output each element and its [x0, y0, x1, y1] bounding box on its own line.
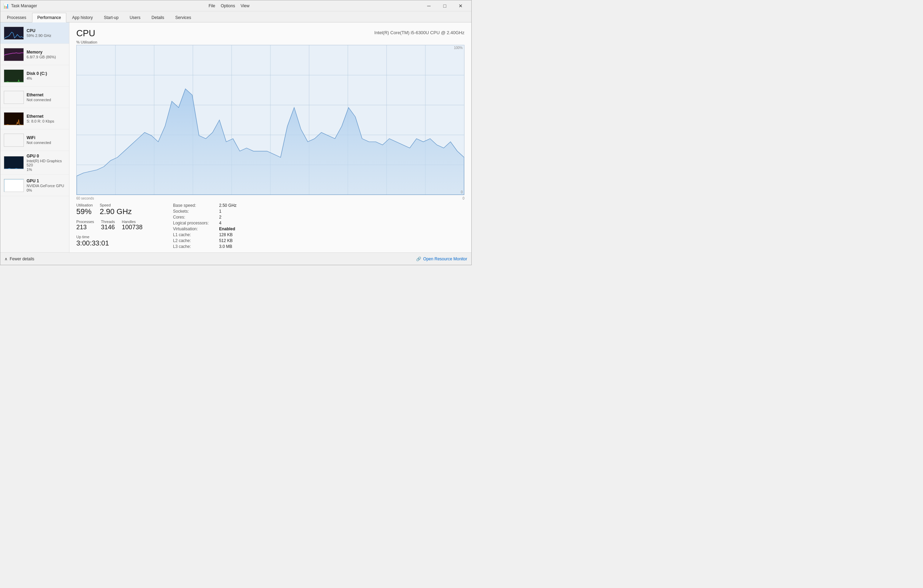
l1-key: L1 cache:	[173, 232, 209, 237]
l3-val: 3.0 MB	[219, 244, 465, 249]
cores-val: 2	[219, 215, 465, 220]
threads-label: Threads	[101, 220, 115, 224]
maximize-button[interactable]: □	[437, 0, 453, 11]
window-title: Task Manager	[11, 3, 37, 8]
utilisation-label: Utilisation	[76, 203, 93, 207]
main-title: CPU	[76, 28, 95, 39]
chart-x-right: 0	[462, 197, 465, 200]
menu-view[interactable]: View	[238, 3, 253, 8]
speed-value: 2.90 GHz	[100, 207, 132, 216]
ethernet1-label: Ethernet	[26, 92, 66, 97]
tab-startup[interactable]: Start-up	[99, 13, 124, 22]
tab-performance[interactable]: Performance	[32, 13, 66, 23]
base-speed-val: 2.50 GHz	[219, 203, 465, 208]
handles-value: 100738	[122, 224, 143, 232]
tab-services[interactable]: Services	[170, 13, 196, 22]
utilisation-stat: Utilisation 59%	[76, 203, 93, 216]
menu-file[interactable]: File	[206, 3, 218, 8]
svg-rect-7	[4, 179, 24, 192]
cpu-chart: 100%	[76, 45, 465, 195]
disk0-label: Disk 0 (C:)	[26, 71, 66, 76]
sidebar-item-memory[interactable]: Memory 6.8/7.9 GB (86%)	[0, 44, 69, 65]
svg-rect-1	[4, 48, 24, 61]
processes-stat: Processes 213	[76, 220, 94, 232]
tab-users[interactable]: Users	[124, 13, 145, 22]
close-button[interactable]: ✕	[453, 0, 468, 11]
speed-stat: Speed 2.90 GHz	[100, 203, 132, 216]
cpu-sub: 59% 2.90 GHz	[26, 33, 66, 38]
svg-rect-3	[4, 91, 24, 104]
ethernet2-label: Ethernet	[26, 114, 66, 119]
l3-key: L3 cache:	[173, 244, 209, 249]
wifi-label: WiFi	[26, 135, 66, 140]
open-monitor-label: Open Resource Monitor	[423, 256, 467, 261]
gpu0-label: GPU 0	[26, 154, 66, 158]
cpu-model: Intel(R) Core(TM) i5-6300U CPU @ 2.40GHz	[374, 30, 465, 35]
stats-row: Utilisation 59% Speed 2.90 GHz Processes…	[76, 203, 465, 249]
svg-rect-4	[4, 113, 24, 125]
svg-rect-2	[4, 70, 24, 82]
sockets-val: 1	[219, 209, 465, 214]
handles-label: Handles	[122, 220, 143, 224]
main-panel: CPU Intel(R) Core(TM) i5-6300U CPU @ 2.4…	[69, 23, 471, 252]
gpu0-info: GPU 0 Intel(R) HD Graphics 520 1%	[26, 154, 66, 172]
l2-val: 512 KB	[219, 238, 465, 243]
sidebar-item-cpu[interactable]: CPU 59% 2.90 GHz	[0, 23, 69, 44]
sidebar-item-ethernet1[interactable]: Ethernet Not connected	[0, 87, 69, 108]
sidebar-item-ethernet2[interactable]: Ethernet S: 8.0 R: 0 Kbps	[0, 108, 69, 130]
logical-val: 4	[219, 221, 465, 225]
svg-rect-0	[4, 27, 24, 40]
gpu1-sub: NVIDIA GeForce GPU	[26, 184, 66, 188]
minimize-button[interactable]: ─	[421, 0, 437, 11]
main-content: CPU 59% 2.90 GHz Memory 6.8/7.9 GB (86%)	[0, 23, 471, 252]
sidebar-item-gpu0[interactable]: GPU 0 Intel(R) HD Graphics 520 1%	[0, 151, 69, 175]
uptime-label: Up time	[76, 235, 173, 239]
cpu-info: CPU 59% 2.90 GHz	[26, 28, 66, 38]
chart-y-zero: 0	[461, 190, 463, 194]
wifi-thumbnail	[4, 134, 24, 147]
disk0-info: Disk 0 (C:) 4%	[26, 71, 66, 80]
gpu0-thumbnail	[4, 156, 24, 169]
ethernet2-thumbnail	[4, 112, 24, 125]
svg-rect-6	[4, 156, 24, 169]
speed-label: Speed	[100, 203, 132, 207]
wifi-sub: Not connected	[26, 141, 66, 145]
base-speed-key: Base speed:	[173, 203, 209, 208]
sidebar-item-wifi[interactable]: WiFi Not connected	[0, 130, 69, 151]
threads-stat: Threads 3146	[101, 220, 115, 232]
ethernet1-info: Ethernet Not connected	[26, 92, 66, 102]
utilisation-value: 59%	[76, 207, 93, 216]
gpu1-sub2: 0%	[26, 188, 66, 192]
sidebar-item-disk0[interactable]: Disk 0 (C:) 4%	[0, 65, 69, 87]
footer: ∧ Fewer details 🔗 Open Resource Monitor	[0, 252, 471, 265]
tab-processes[interactable]: Processes	[2, 13, 31, 22]
fewer-details-button[interactable]: ∧ Fewer details	[5, 256, 34, 261]
window-icon: 📊	[3, 3, 9, 9]
disk0-sub: 4%	[26, 76, 66, 80]
gpu1-info: GPU 1 NVIDIA GeForce GPU 0%	[26, 179, 66, 192]
svg-rect-5	[4, 134, 24, 147]
sidebar: CPU 59% 2.90 GHz Memory 6.8/7.9 GB (86%)	[0, 23, 69, 252]
memory-label: Memory	[26, 50, 66, 54]
gpu1-label: GPU 1	[26, 179, 66, 183]
ethernet1-sub: Not connected	[26, 98, 66, 102]
l1-val: 128 KB	[219, 232, 465, 237]
task-manager-window: 📊 Task Manager File Options View ─ □ ✕ P…	[0, 0, 472, 265]
menu-bar-inline: File Options View	[206, 3, 253, 8]
processes-value: 213	[76, 224, 94, 232]
menu-options[interactable]: Options	[218, 3, 238, 8]
tab-app-history[interactable]: App history	[67, 13, 98, 22]
gpu1-thumbnail	[4, 179, 24, 192]
uptime-stat: Up time 3:00:33:01	[76, 235, 173, 247]
virt-val: Enabled	[219, 227, 465, 232]
open-resource-monitor-button[interactable]: 🔗 Open Resource Monitor	[416, 256, 467, 261]
cpu-chart-svg	[77, 45, 464, 195]
tab-details[interactable]: Details	[146, 13, 169, 22]
memory-thumbnail	[4, 48, 24, 61]
window-controls: ─ □ ✕	[421, 0, 468, 11]
disk0-thumbnail	[4, 69, 24, 82]
tab-bar: Processes Performance App history Start-…	[0, 11, 471, 23]
sidebar-item-gpu1[interactable]: GPU 1 NVIDIA GeForce GPU 0%	[0, 175, 69, 196]
stats-right: Base speed: 2.50 GHz Sockets: 1 Cores: 2…	[173, 203, 465, 249]
threads-value: 3146	[101, 224, 115, 232]
